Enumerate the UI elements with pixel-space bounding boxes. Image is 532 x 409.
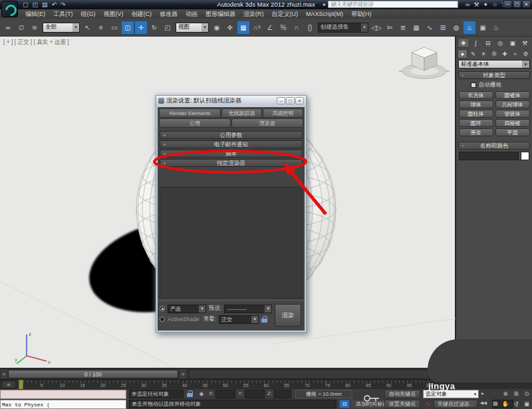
- bind-to-space-warp-icon[interactable]: ≋: [28, 21, 41, 35]
- y-coordinate-field[interactable]: [245, 390, 265, 398]
- systems-subtab[interactable]: ⚙: [521, 49, 531, 59]
- space-warps-subtab[interactable]: ≈: [510, 49, 520, 59]
- viewport-label[interactable]: [ + ] [ 正交 ] [ 真实 + 边面 ]: [3, 39, 69, 47]
- new-file-icon[interactable]: ▢: [23, 1, 29, 9]
- save-file-icon[interactable]: ▤: [42, 1, 48, 9]
- name-color-rollout[interactable]: 名称和颜色: [458, 142, 530, 150]
- autogrid-checkbox[interactable]: [471, 82, 476, 88]
- activeshade-radio[interactable]: [160, 317, 165, 322]
- utilities-tab[interactable]: ⚒: [519, 38, 530, 48]
- dialog-tab-0[interactable]: Render Elements: [159, 108, 221, 118]
- time-slider-handle[interactable]: 0 / 100: [8, 370, 178, 378]
- current-frame-marker[interactable]: [19, 380, 23, 390]
- layer-manager-icon[interactable]: ≣: [396, 21, 410, 35]
- z-coordinate-field[interactable]: [274, 390, 291, 398]
- go-to-start-icon[interactable]: ◀◀: [480, 400, 487, 406]
- primitive-button-5[interactable]: 管状体: [495, 110, 530, 118]
- primitive-button-8[interactable]: 茶壶: [459, 128, 493, 136]
- x-coordinate-field[interactable]: [215, 390, 235, 398]
- window-crossing-icon[interactable]: ◫: [121, 21, 134, 35]
- primitive-button-7[interactable]: 四棱锥: [495, 119, 530, 127]
- shapes-subtab[interactable]: ✎: [468, 49, 478, 59]
- object-name-field[interactable]: [459, 152, 519, 160]
- view-cube[interactable]: [398, 39, 451, 82]
- dialog-title-bar[interactable]: 渲染设置: 默认扫描线渲染器 ─▢✕: [156, 96, 306, 106]
- primitive-button-2[interactable]: 球体: [459, 100, 493, 108]
- angle-snap-icon[interactable]: ∠: [263, 21, 277, 35]
- primitive-button-3[interactable]: 几何球体: [495, 100, 530, 108]
- dialog-rollout-2[interactable]: 脚本: [160, 150, 303, 158]
- production-radio[interactable]: [160, 306, 165, 311]
- minimize-button[interactable]: ─: [503, 0, 512, 8]
- menu-item-11[interactable]: 帮助(H): [347, 10, 376, 19]
- undo-icon[interactable]: ↶: [52, 1, 57, 9]
- render-setup-icon[interactable]: ♨: [463, 21, 476, 35]
- pan-icon[interactable]: ✋: [500, 400, 511, 408]
- set-key-button[interactable]: 设置关键点: [384, 400, 420, 408]
- dialog-tab-bottom-0[interactable]: 公用: [159, 118, 231, 128]
- maximize-viewport-icon[interactable]: ▣: [521, 400, 532, 408]
- rectangular-selection-icon[interactable]: ▭: [108, 21, 121, 35]
- menu-item-1[interactable]: 工具(T): [49, 10, 77, 19]
- unlink-selection-icon[interactable]: ∅: [15, 21, 28, 35]
- menu-item-4[interactable]: 创建(C): [128, 10, 156, 19]
- dialog-rollout-1[interactable]: 电子邮件通知: [160, 140, 303, 148]
- mirror-icon[interactable]: ◁▷: [370, 21, 383, 35]
- previous-frame-button[interactable]: <: [1, 370, 7, 378]
- zoom-extents-icon[interactable]: ⊙: [521, 390, 532, 398]
- menu-item-10[interactable]: MAXScript(M): [302, 11, 347, 17]
- geometry-subtab[interactable]: ●: [458, 49, 467, 59]
- next-arrow-icon[interactable]: ▸: [481, 390, 484, 396]
- dialog-maximize-button[interactable]: ▢: [286, 97, 295, 104]
- primitive-button-6[interactable]: 圆环: [459, 119, 493, 127]
- open-file-icon[interactable]: ◰: [33, 1, 39, 9]
- keyboard-override-icon[interactable]: ▦: [237, 21, 250, 35]
- dialog-tab-2[interactable]: 高级照明: [263, 108, 303, 118]
- infocenter-settings-icon[interactable]: ⚒: [473, 1, 479, 8]
- motion-tab[interactable]: ◎: [495, 38, 506, 48]
- view-lock-icon[interactable]: [261, 316, 267, 323]
- edit-named-selection-sets-icon[interactable]: {}: [303, 21, 317, 35]
- dialog-tab-bottom-1[interactable]: 渲染器: [231, 118, 303, 128]
- search-input[interactable]: [328, 1, 458, 8]
- select-and-rotate-icon[interactable]: ↻: [148, 21, 161, 35]
- 3ds-max-logo-button[interactable]: [1, 1, 18, 17]
- communication-center-icon[interactable]: ✦: [483, 1, 489, 8]
- lights-subtab[interactable]: ☀: [479, 49, 489, 59]
- zoom-region-icon[interactable]: ⊠: [489, 400, 500, 408]
- menu-item-9[interactable]: 自定义(U): [268, 10, 303, 19]
- orbit-icon[interactable]: ↺: [511, 400, 521, 408]
- cameras-subtab[interactable]: ✇: [489, 49, 499, 59]
- dialog-tab-1[interactable]: 光线跟踪器: [221, 108, 262, 118]
- primitive-button-0[interactable]: 长方体: [459, 91, 493, 99]
- search-expand-icon[interactable]: ▸: [323, 1, 326, 7]
- graphite-ribbon-icon[interactable]: ▦: [410, 21, 423, 35]
- reference-coordinate-dropdown[interactable]: 视图▼: [176, 23, 209, 33]
- offset-mode-icon[interactable]: ⊡: [339, 400, 350, 408]
- dialog-rollout-3[interactable]: 指定渲染器: [160, 159, 303, 167]
- menu-item-8[interactable]: 渲染(R): [239, 10, 268, 19]
- selection-filter-dropdown[interactable]: 全部▼: [43, 23, 80, 33]
- maxscript-mini-listener-pink[interactable]: [0, 390, 126, 399]
- menu-item-7[interactable]: 图形编辑器: [201, 10, 239, 19]
- schematic-view-icon[interactable]: ⊞: [436, 21, 450, 35]
- rendered-frame-window-icon[interactable]: ▣: [476, 21, 489, 35]
- select-and-scale-icon[interactable]: ◰: [161, 21, 174, 35]
- zoom-all-icon[interactable]: ⊞: [511, 390, 521, 398]
- auto-key-button[interactable]: 自动关键点: [384, 390, 420, 398]
- view-dropdown[interactable]: 正交 ▼: [219, 315, 259, 324]
- dialog-close-button[interactable]: ✕: [295, 97, 304, 104]
- zoom-icon[interactable]: ⊕: [500, 390, 511, 398]
- search-find-icon[interactable]: ∞: [466, 1, 469, 8]
- close-button[interactable]: ✕: [522, 0, 531, 8]
- key-filters-button[interactable]: 关键点过滤器...: [434, 400, 477, 408]
- maximize-button[interactable]: ▢: [513, 0, 521, 8]
- display-tab[interactable]: ▣: [507, 38, 518, 48]
- modify-tab[interactable]: ∫: [470, 38, 481, 48]
- select-and-move-icon[interactable]: ✛: [134, 21, 148, 35]
- menu-item-5[interactable]: 修改器: [156, 10, 182, 19]
- render-setup-dialog[interactable]: 渲染设置: 默认扫描线渲染器 ─▢✕ Render Elements光线跟踪器高…: [156, 95, 307, 333]
- render-production-icon[interactable]: ♨: [489, 21, 503, 35]
- menu-item-3[interactable]: 视图(V): [100, 10, 128, 19]
- menu-item-6[interactable]: 动画: [182, 10, 201, 19]
